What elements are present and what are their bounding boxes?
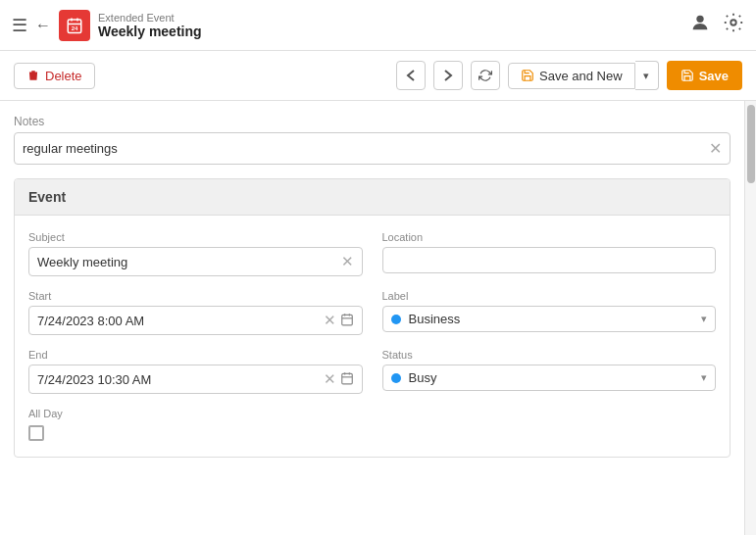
status-select-wrapper[interactable]: Busy ▾ — [382, 365, 717, 391]
save-label: Save — [699, 69, 729, 83]
header-title: Weekly meeting — [98, 24, 202, 39]
location-input[interactable] — [391, 253, 708, 268]
delete-button[interactable]: Delete — [14, 63, 95, 89]
event-body: Subject ✕ Location — [15, 216, 730, 457]
delete-label: Delete — [45, 69, 82, 83]
header-right — [689, 12, 744, 38]
all-day-section: All Day — [28, 408, 716, 441]
all-day-checkbox-wrapper — [28, 425, 716, 441]
svg-point-6 — [731, 20, 736, 25]
header-subtitle: Extended Event — [98, 12, 202, 24]
back-icon[interactable]: ← — [35, 17, 51, 34]
dropdown-arrow-icon: ▾ — [643, 70, 649, 82]
label-label: Label — [382, 290, 717, 302]
status-dot — [391, 373, 401, 383]
app-header: ☰ ← 24 Extended Event Weekly meeting — [0, 0, 756, 51]
subject-input[interactable] — [37, 255, 337, 269]
svg-rect-11 — [341, 373, 352, 384]
prev-button[interactable] — [396, 61, 426, 90]
end-col: End ✕ — [28, 349, 363, 394]
status-value: Busy — [409, 370, 702, 385]
label-select-wrapper[interactable]: Business ▾ — [382, 306, 717, 332]
save-and-new-button[interactable]: Save and New — [508, 63, 635, 89]
save-new-group: Save and New ▾ — [508, 61, 659, 90]
settings-icon[interactable] — [723, 12, 744, 38]
app-logo-icon: 24 — [59, 10, 90, 41]
refresh-button[interactable] — [471, 61, 500, 90]
subject-input-wrapper: ✕ — [28, 247, 363, 276]
label-dot — [391, 315, 401, 324]
start-input-wrapper: ✕ — [28, 306, 363, 335]
event-section-header: Event — [15, 179, 730, 216]
end-input[interactable] — [37, 372, 320, 387]
scrollbar-track[interactable] — [744, 101, 756, 535]
subject-label: Subject — [28, 231, 363, 243]
menu-icon[interactable]: ☰ — [12, 15, 27, 36]
toolbar: Delete Save and New ▾ — [0, 51, 756, 101]
subject-col: Subject ✕ — [28, 231, 363, 276]
start-clear-icon[interactable]: ✕ — [324, 312, 336, 329]
location-col: Location — [382, 231, 717, 276]
content-area: Notes ✕ Event Subject ✕ — [0, 101, 756, 535]
event-section: Event Subject ✕ Location — [14, 178, 731, 458]
scrollbar-thumb[interactable] — [747, 105, 755, 183]
label-col: Label Business ▾ — [382, 290, 717, 335]
notes-input[interactable] — [23, 141, 709, 156]
all-day-checkbox[interactable] — [28, 425, 44, 441]
end-label: End — [28, 349, 363, 361]
label-value: Business — [409, 312, 702, 326]
status-col: Status Busy ▾ — [382, 349, 717, 394]
next-button[interactable] — [433, 61, 463, 90]
location-input-wrapper — [382, 247, 717, 273]
save-and-new-label: Save and New — [539, 69, 623, 83]
status-dropdown-icon[interactable]: ▾ — [701, 371, 707, 384]
end-status-row: End ✕ — [28, 349, 716, 394]
start-col: Start ✕ — [28, 290, 363, 335]
header-title-block: Extended Event Weekly meeting — [98, 12, 202, 39]
start-label: Start — [28, 290, 363, 302]
svg-rect-7 — [341, 315, 352, 325]
location-label: Location — [382, 231, 717, 243]
start-calendar-icon[interactable] — [340, 313, 354, 329]
start-label-row: Start ✕ — [28, 290, 716, 335]
notes-input-wrapper: ✕ — [14, 132, 731, 165]
svg-point-5 — [696, 16, 703, 23]
label-dropdown-icon[interactable]: ▾ — [701, 313, 707, 325]
status-label: Status — [382, 349, 717, 361]
save-and-new-dropdown-button[interactable]: ▾ — [635, 61, 659, 90]
account-icon[interactable] — [689, 12, 711, 38]
svg-text:24: 24 — [72, 25, 78, 31]
subject-clear-icon[interactable]: ✕ — [341, 253, 354, 270]
notes-clear-icon[interactable]: ✕ — [709, 139, 722, 158]
end-input-wrapper: ✕ — [28, 365, 363, 394]
all-day-label: All Day — [28, 408, 716, 419]
main-content: Notes ✕ Event Subject ✕ — [0, 101, 744, 535]
save-button[interactable]: Save — [667, 61, 742, 90]
end-clear-icon[interactable]: ✕ — [324, 370, 336, 388]
end-calendar-icon[interactable] — [340, 371, 354, 388]
subject-location-row: Subject ✕ Location — [28, 231, 716, 276]
notes-label: Notes — [14, 115, 731, 128]
header-left: ☰ ← 24 Extended Event Weekly meeting — [12, 10, 689, 41]
start-input[interactable] — [37, 314, 320, 328]
